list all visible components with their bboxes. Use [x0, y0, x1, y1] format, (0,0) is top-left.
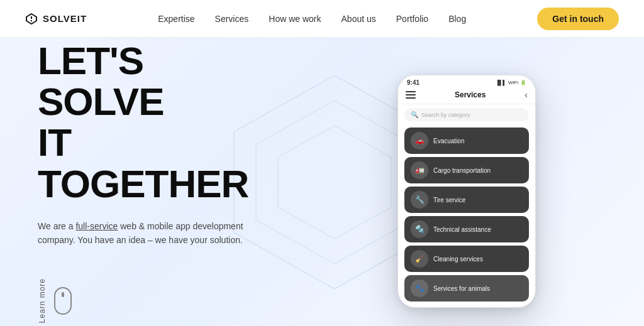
service-item-technical[interactable]: 🔩 Technical assistance: [404, 216, 529, 242]
battery-icon: 🔋: [520, 80, 526, 85]
phone-header-title: Services: [455, 90, 486, 99]
nav-portfolio[interactable]: Portfolio: [396, 14, 428, 24]
hamburger-line-3: [406, 97, 416, 99]
navbar: SOLVEIT Expertise Services How we work A…: [0, 0, 644, 38]
hero-subtitle-highlight: full-service: [75, 221, 118, 231]
wifi-icon: WiFi: [508, 80, 518, 85]
nav-links: Expertise Services How we work About us …: [158, 13, 466, 24]
logo-text: SOLVEIT: [43, 13, 87, 24]
phone-search-icon: 🔍: [411, 111, 418, 118]
phone-mockup: 9:41 ▐▌▌ WiFi 🔋 Services ‹: [397, 75, 536, 308]
service-item-tire[interactable]: 🔧 Tire service: [404, 187, 529, 213]
signal-icon: ▐▌▌: [496, 80, 506, 85]
get-in-touch-button[interactable]: Get in touch: [537, 8, 619, 30]
phone-status-bar: 9:41 ▐▌▌ WiFi 🔋: [398, 75, 535, 87]
learn-more-wrapper[interactable]: Learn more: [38, 278, 264, 323]
hamburger-menu-icon[interactable]: [406, 91, 416, 99]
mouse-scroll-icon: [54, 287, 72, 315]
hero-section: LET'S SOLVE IT TOGETHER We are a full-se…: [0, 38, 644, 326]
cargo-label: Cargo transportation: [433, 167, 491, 174]
nav-expertise[interactable]: Expertise: [158, 14, 194, 24]
phone-search-bar[interactable]: 🔍 Search by category: [404, 108, 529, 121]
tire-icon: 🔧: [411, 191, 428, 209]
phone-search-placeholder: Search by category: [421, 112, 470, 118]
technical-label: Technical assistance: [433, 226, 491, 233]
evacuation-label: Evacuation: [433, 138, 464, 144]
service-item-evacuation[interactable]: 🚗 Evacuation: [404, 128, 529, 154]
mouse-dot: [62, 292, 64, 297]
technical-icon: 🔩: [411, 220, 428, 238]
animals-icon: 🐾: [411, 280, 428, 297]
tire-label: Tire service: [433, 197, 465, 204]
cleaning-icon: 🧹: [411, 250, 428, 268]
hero-subtitle: We are a full-service web & mobile app d…: [38, 219, 264, 247]
nav-blog[interactable]: Blog: [448, 14, 466, 24]
phone-header: Services ‹: [398, 87, 535, 104]
learn-more-text: Learn more: [38, 278, 47, 323]
solveit-logo-icon: [25, 13, 38, 25]
phone-mockup-wrapper: 9:41 ▐▌▌ WiFi 🔋 Services ‹: [397, 75, 536, 308]
animals-label: Services for animals: [433, 285, 490, 292]
hero-title: LET'S SOLVE IT TOGETHER: [38, 40, 264, 204]
service-item-animals[interactable]: 🐾 Services for animals: [404, 275, 529, 302]
phone-service-list: 🚗 Evacuation 🚛 Cargo transportation 🔧 Ti…: [398, 125, 535, 307]
phone-back-button[interactable]: ‹: [525, 90, 528, 100]
svg-point-2: [31, 19, 32, 21]
nav-about-us[interactable]: About us: [341, 14, 376, 24]
hamburger-line-2: [406, 94, 416, 95]
hero-left: LET'S SOLVE IT TOGETHER We are a full-se…: [0, 38, 302, 326]
logo[interactable]: SOLVEIT: [25, 13, 87, 25]
phone-status-icons: ▐▌▌ WiFi 🔋: [496, 80, 526, 85]
cargo-icon: 🚛: [411, 161, 428, 179]
cleaning-label: Cleaning services: [433, 256, 483, 263]
service-item-cargo[interactable]: 🚛 Cargo transportation: [404, 157, 529, 183]
phone-time: 9:41: [407, 79, 419, 86]
service-item-cleaning[interactable]: 🧹 Cleaning services: [404, 246, 529, 272]
nav-how-we-work[interactable]: How we work: [269, 14, 321, 24]
nav-services[interactable]: Services: [215, 14, 249, 24]
evacuation-icon: 🚗: [411, 132, 428, 149]
hamburger-line-1: [406, 91, 416, 92]
